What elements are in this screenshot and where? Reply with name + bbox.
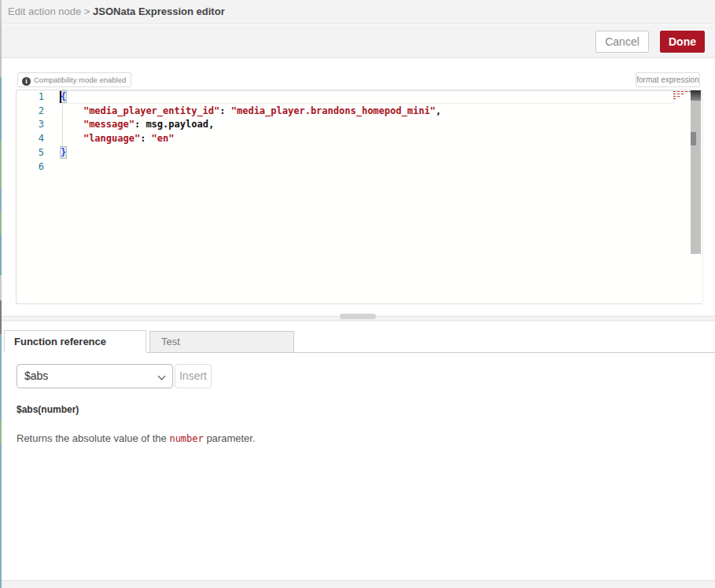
function-description: Returns the absolute value of the number… [17,432,256,444]
editor-scrollbar-thumb-secondary[interactable] [691,132,696,145]
format-expression-button[interactable]: format expression [636,72,700,87]
function-description-text: Returns the absolute value of the [17,432,169,444]
tab-test[interactable]: Test [149,331,294,352]
text-cursor [60,91,61,103]
workspace-edge-strip [0,0,2,588]
compatibility-mode-label: Compatibility mode enabled [34,75,126,84]
tabbar-bottom-border [146,352,715,353]
info-icon: i [22,77,31,86]
line-number-gutter: 123456 [17,90,44,174]
breadcrumb: Edit action node > JSONata Expression ed… [8,0,225,24]
cancel-button[interactable]: Cancel [595,31,649,53]
compatibility-mode-badge: iCompatibility mode enabled [17,72,131,87]
function-description-param: number [169,433,203,444]
breadcrumb-separator: > [84,6,90,17]
dialog-footer [0,580,715,588]
tab-function-reference[interactable]: Function reference [4,330,146,352]
done-button[interactable]: Done [660,31,705,53]
dialog-header: Edit action node > JSONata Expression ed… [0,0,715,24]
chevron-down-icon [158,373,166,380]
function-select-value: $abs [24,369,48,382]
function-select[interactable]: $abs [17,364,173,388]
expression-code-editor[interactable]: 123456 { "media_player_entity_id": "medi… [16,90,703,304]
editor-scrollbar-track[interactable] [691,90,701,254]
dialog-button-bar: Cancel Done [0,25,715,58]
minimap [673,91,691,101]
function-description-text-after: parameter. [204,432,256,444]
code-content[interactable]: { "media_player_entity_id": "media_playe… [61,90,441,174]
function-signature: $abs(number) [17,404,79,415]
page-title: JSONata Expression editor [93,6,225,17]
breadcrumb-parent[interactable]: Edit action node [8,6,81,17]
editor-scrollbar-thumb[interactable] [691,90,701,101]
panel-resize-grip[interactable] [340,314,376,319]
insert-button[interactable]: Insert [175,364,212,388]
